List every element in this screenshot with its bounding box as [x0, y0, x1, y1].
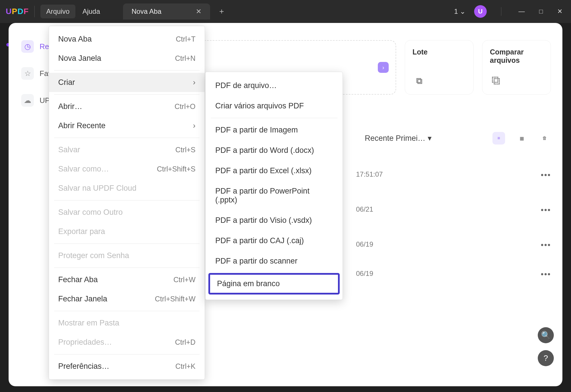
card-lote[interactable]: Lote ⧉ — [405, 40, 474, 95]
submenu-pdf-visio[interactable]: PDF a partir do Visio (.vsdx) — [206, 210, 343, 231]
submenu-pagina-branco[interactable]: Página em branco — [208, 273, 340, 295]
arrow-right-icon[interactable]: › — [378, 62, 389, 73]
clock-icon: ◷ — [21, 40, 34, 53]
divider — [501, 7, 501, 16]
delete-button[interactable]: 🗑 — [538, 132, 551, 145]
menu-label: Salvar como Outro — [58, 208, 123, 217]
separator — [54, 268, 200, 268]
menu-label: Proteger com Senha — [58, 251, 129, 260]
shortcut: Ctrl+Shift+W — [155, 295, 195, 303]
batch-icon: ⧉ — [412, 74, 426, 87]
tab-close-icon[interactable]: ✕ — [196, 7, 202, 15]
menu-label: Fechar Aba — [58, 275, 98, 284]
logo-u: U — [6, 7, 12, 16]
help-button[interactable]: ? — [538, 350, 554, 366]
shortcut: Ctrl+W — [173, 276, 195, 284]
chevron-right-icon: › — [193, 121, 195, 130]
arquivo-dropdown: Nova AbaCtrl+T Nova JanelaCtrl+N Criar› … — [49, 26, 205, 380]
file-date: 06/19 — [356, 240, 413, 248]
tab-nova-aba[interactable]: Nova Aba ✕ — [123, 3, 210, 19]
action-cards: Lote ⧉ Comparar arquivos ⿻ — [405, 40, 551, 95]
shortcut: Ctrl+D — [175, 338, 195, 346]
card-title: Lote — [412, 48, 428, 56]
menu-label: Nova Aba — [58, 35, 92, 44]
sort-label: Recente Primei… — [365, 134, 425, 143]
tab-title: Nova Aba — [132, 7, 161, 15]
menu-nova-aba[interactable]: Nova AbaCtrl+T — [49, 30, 205, 49]
submenu-pdf-scanner[interactable]: PDF a partir do scanner — [206, 251, 343, 271]
view-list-button[interactable]: ≡ — [492, 132, 505, 145]
close-window-button[interactable]: ✕ — [554, 8, 565, 15]
card-comparar[interactable]: Comparar arquivos ⿻ — [482, 40, 551, 95]
more-icon[interactable]: ••• — [522, 270, 551, 279]
menu-abrir-recente[interactable]: Abrir Recente› — [49, 116, 205, 135]
chevron-down-icon: ⌄ — [460, 7, 466, 15]
shortcut: Ctrl+K — [175, 362, 195, 370]
shortcut: Ctrl+S — [175, 146, 195, 154]
card-title: Comparar arquivos — [490, 48, 524, 64]
menu-exportar: Exportar para — [49, 222, 205, 241]
submenu-pdf-imagem[interactable]: PDF a partir de Imagem — [206, 120, 343, 140]
menu-label: Preferências… — [58, 362, 109, 371]
menu-mostrar-pasta: Mostrar em Pasta — [49, 313, 205, 333]
titlebar: UPDF Arquivo Ajuda Nova Aba ✕ + 1 ⌄ U — … — [0, 0, 571, 23]
menu-propriedades: Propriedades…Ctrl+D — [49, 333, 205, 352]
menu-arquivo[interactable]: Arquivo — [40, 5, 75, 18]
divider — [34, 6, 35, 17]
minimize-button[interactable]: — — [516, 8, 528, 15]
separator — [54, 70, 200, 71]
submenu-pdf-powerpoint[interactable]: PDF a partir do PowerPoint (.pptx) — [206, 181, 343, 210]
shortcut: Ctrl+T — [176, 35, 195, 43]
menu-fechar-aba[interactable]: Fechar AbaCtrl+W — [49, 270, 205, 289]
shortcut: Ctrl+N — [175, 54, 195, 63]
sort-dropdown[interactable]: Recente Primei… ▾ — [365, 134, 432, 143]
menu-criar[interactable]: Criar› — [49, 73, 205, 92]
file-date: 06/19 — [356, 270, 413, 278]
menu-salvar-outro: Salvar como Outro — [49, 203, 205, 222]
shortcut: Ctrl+O — [175, 102, 195, 111]
separator — [54, 200, 200, 200]
more-icon[interactable]: ••• — [522, 205, 551, 214]
menu-label: Salvar na UPDF Cloud — [58, 184, 136, 193]
maximize-button[interactable]: □ — [536, 8, 546, 15]
logo-d: D — [17, 7, 24, 16]
star-icon: ☆ — [21, 67, 34, 80]
window-count-dropdown[interactable]: 1 ⌄ — [454, 7, 465, 15]
criar-submenu: PDF de arquivo… Criar vários arquivos PD… — [205, 72, 343, 300]
menu-nova-janela[interactable]: Nova JanelaCtrl+N — [49, 49, 205, 68]
tab-add-button[interactable]: + — [216, 5, 227, 17]
search-button[interactable]: 🔍 — [538, 327, 554, 343]
chevron-right-icon: › — [193, 78, 195, 87]
menu-label: Salvar como… — [58, 165, 109, 173]
submenu-pdf-caj[interactable]: PDF a partir do CAJ (.caj) — [206, 231, 343, 251]
compare-icon: ⿻ — [490, 74, 503, 87]
menu-fechar-janela[interactable]: Fechar JanelaCtrl+Shift+W — [49, 289, 205, 309]
submenu-criar-varios[interactable]: Criar vários arquivos PDF — [206, 96, 343, 116]
menu-abrir[interactable]: Abrir…Ctrl+O — [49, 97, 205, 116]
menu-label: Nova Janela — [58, 54, 101, 63]
menu-label: Abrir Recente — [58, 121, 105, 130]
more-icon[interactable]: ••• — [522, 170, 551, 180]
menu-label: Criar — [58, 78, 75, 87]
shortcut: Ctrl+Shift+S — [157, 165, 195, 173]
menu-preferencias[interactable]: Preferências…Ctrl+K — [49, 357, 205, 376]
file-time: 17:51:07 — [356, 170, 413, 178]
app-logo: UPDF — [6, 7, 29, 16]
menu-label: Fechar Janela — [58, 295, 107, 303]
user-avatar[interactable]: U — [474, 5, 487, 18]
submenu-pdf-excel[interactable]: PDF a partir do Excel (.xlsx) — [206, 161, 343, 181]
menu-label: Salvar — [58, 145, 80, 154]
submenu-pdf-word[interactable]: PDF a partir do Word (.docx) — [206, 140, 343, 161]
menu-salvar-cloud: Salvar na UPDF Cloud — [49, 179, 205, 198]
separator — [54, 243, 200, 244]
submenu-pdf-arquivo[interactable]: PDF de arquivo… — [206, 75, 343, 96]
more-icon[interactable]: ••• — [522, 240, 551, 249]
view-grid-button[interactable]: ▦ — [515, 132, 528, 145]
separator — [211, 118, 337, 118]
file-date: 06/21 — [356, 205, 413, 213]
window-count: 1 — [454, 7, 458, 15]
cloud-icon: ☁ — [21, 94, 34, 107]
titlebar-right: 1 ⌄ U — □ ✕ — [454, 5, 565, 18]
menu-ajuda[interactable]: Ajuda — [77, 5, 106, 18]
menu-label: Mostrar em Pasta — [58, 319, 119, 327]
